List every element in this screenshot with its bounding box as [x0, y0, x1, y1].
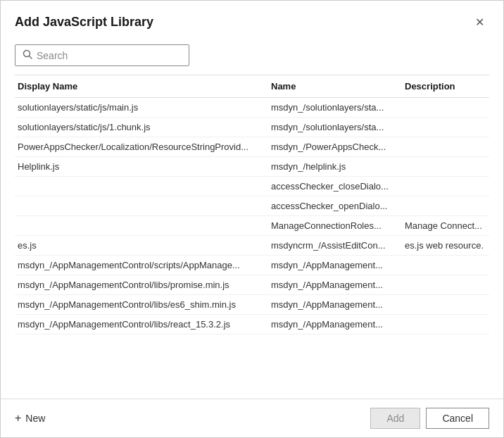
- table-header: Display Name Name Description: [15, 75, 489, 98]
- search-icon: [23, 49, 32, 61]
- cell-display-name: [15, 181, 268, 192]
- add-js-library-dialog: Add JavaScript Library ✕ Display Name Na…: [0, 0, 504, 438]
- cell-name: msdyncrm_/AssistEditCon...: [268, 240, 402, 251]
- cell-display-name: es.js: [15, 240, 268, 251]
- table-row[interactable]: accessChecker_closeDialo...: [15, 177, 489, 196]
- cell-name: msdyn_/AppManagement...: [268, 319, 402, 330]
- cancel-button[interactable]: Cancel: [426, 408, 489, 429]
- table-row[interactable]: solutionlayers/static/js/1.chunk.jsmsdyn…: [15, 118, 489, 137]
- dialog-footer: + New Add Cancel: [1, 399, 503, 437]
- cell-description: [402, 280, 489, 290]
- svg-line-1: [30, 56, 32, 59]
- cell-display-name: solutionlayers/static/js/main.js: [15, 102, 268, 113]
- table-row[interactable]: msdyn_/AppManagementControl/scripts/AppM…: [15, 256, 489, 275]
- col-header-description: Description: [402, 81, 489, 92]
- table-row[interactable]: msdyn_/AppManagementControl/libs/es6_shi…: [15, 295, 489, 315]
- cell-display-name: msdyn_/AppManagementControl/scripts/AppM…: [15, 260, 268, 270]
- close-button[interactable]: ✕: [470, 12, 489, 32]
- search-input[interactable]: [37, 50, 182, 61]
- table-row[interactable]: ManageConnectionRoles...Manage Connect..…: [15, 216, 489, 236]
- cell-description: [402, 319, 489, 330]
- cell-description: [402, 201, 489, 211]
- plus-icon: +: [15, 412, 21, 425]
- table-container: Display Name Name Description solutionla…: [15, 75, 489, 399]
- cell-description: [402, 122, 489, 132]
- cell-display-name: solutionlayers/static/js/1.chunk.js: [15, 122, 268, 132]
- new-label: New: [25, 413, 45, 424]
- cell-name: msdyn_/AppManagement...: [268, 280, 402, 290]
- cell-description: [402, 260, 489, 270]
- add-button: Add: [370, 408, 420, 429]
- dialog-header: Add JavaScript Library ✕: [1, 1, 503, 39]
- cell-description: [402, 102, 489, 113]
- cell-description: [402, 142, 489, 152]
- cell-name: accessChecker_closeDialo...: [268, 181, 402, 192]
- cell-display-name: [15, 201, 268, 211]
- search-box: [15, 44, 189, 66]
- cell-name: accessChecker_openDialo...: [268, 201, 402, 211]
- new-button[interactable]: + New: [15, 412, 45, 425]
- cell-description: Manage Connect...: [402, 220, 489, 231]
- table-row[interactable]: solutionlayers/static/js/main.jsmsdyn_/s…: [15, 98, 489, 118]
- table-row[interactable]: msdyn_/AppManagementControl/libs/react_1…: [15, 315, 489, 334]
- cell-display-name: PowerAppsChecker/Localization/ResourceSt…: [15, 142, 268, 152]
- cell-description: es.js web resource.: [402, 240, 489, 251]
- dialog-title: Add JavaScript Library: [15, 15, 153, 30]
- cell-description: [402, 181, 489, 192]
- col-header-name: Name: [268, 81, 402, 92]
- cell-name: msdyn_/solutionlayers/sta...: [268, 102, 402, 113]
- table-row[interactable]: Helplink.jsmsdyn_/helplink.js: [15, 157, 489, 177]
- table-row[interactable]: es.jsmsdyncrm_/AssistEditCon...es.js web…: [15, 236, 489, 256]
- table-body: solutionlayers/static/js/main.jsmsdyn_/s…: [15, 98, 489, 399]
- cell-display-name: msdyn_/AppManagementControl/libs/promise…: [15, 280, 268, 290]
- footer-actions: Add Cancel: [370, 408, 489, 429]
- cell-description: [402, 299, 489, 310]
- table-row[interactable]: msdyn_/AppManagementControl/libs/promise…: [15, 275, 489, 295]
- cell-name: msdyn_/AppManagement...: [268, 299, 402, 310]
- cell-name: msdyn_/solutionlayers/sta...: [268, 122, 402, 132]
- cell-name: ManageConnectionRoles...: [268, 220, 402, 231]
- cell-display-name: msdyn_/AppManagementControl/libs/react_1…: [15, 319, 268, 330]
- cell-display-name: [15, 220, 268, 231]
- col-header-display-name: Display Name: [15, 81, 268, 92]
- cell-display-name: msdyn_/AppManagementControl/libs/es6_shi…: [15, 299, 268, 310]
- table-row[interactable]: accessChecker_openDialo...: [15, 196, 489, 216]
- cell-display-name: Helplink.js: [15, 161, 268, 172]
- cell-name: msdyn_/AppManagement...: [268, 260, 402, 270]
- table-row[interactable]: PowerAppsChecker/Localization/ResourceSt…: [15, 137, 489, 157]
- cell-name: msdyn_/PowerAppsCheck...: [268, 142, 402, 152]
- cell-name: msdyn_/helplink.js: [268, 161, 402, 172]
- search-area: [1, 39, 503, 75]
- cell-description: [402, 161, 489, 172]
